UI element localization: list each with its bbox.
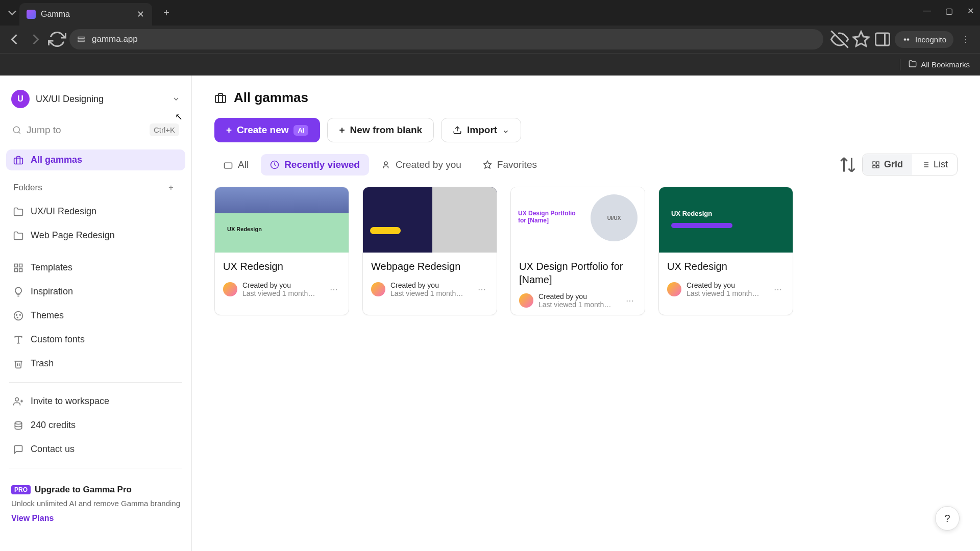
reload-button[interactable] xyxy=(48,30,66,48)
sidebar-credits[interactable]: 240 credits xyxy=(6,415,185,436)
create-new-button[interactable]: + Create new AI xyxy=(214,118,320,142)
user-icon xyxy=(381,160,390,169)
close-window-icon[interactable]: ✕ xyxy=(967,6,974,16)
folder-icon xyxy=(909,60,917,69)
card-title: UX Redesign xyxy=(667,260,785,275)
tab-bar: Gamma ✕ + — ▢ ✕ xyxy=(0,0,980,26)
clock-icon xyxy=(270,160,279,169)
sidebar-custom-fonts[interactable]: Custom fonts xyxy=(6,329,185,350)
card-viewed: Last viewed 1 month… xyxy=(687,289,767,297)
browser-chrome: Gamma ✕ + — ▢ ✕ gamma.app Incognito ⋮ xyxy=(0,0,980,76)
svg-rect-34 xyxy=(873,165,875,168)
sort-button[interactable] xyxy=(839,156,857,174)
card-more-icon[interactable]: ⋯ xyxy=(772,283,785,295)
sidebar-themes[interactable]: Themes xyxy=(6,305,185,326)
browser-menu-icon[interactable]: ⋮ xyxy=(957,30,975,48)
minimize-icon[interactable]: — xyxy=(923,6,931,16)
workspace-switcher[interactable]: U UX/UI Designing xyxy=(6,86,185,112)
gamma-card[interactable]: UX Design Portfolio for [Name]UI/UX UX D… xyxy=(510,187,645,315)
folder-item-uxui[interactable]: UX/UI Redesign xyxy=(6,201,185,222)
svg-marker-3 xyxy=(853,32,869,46)
footer-label: 240 credits xyxy=(31,420,76,431)
view-toggle: Grid List xyxy=(862,154,958,176)
svg-rect-14 xyxy=(15,268,18,271)
list-view-button[interactable]: List xyxy=(912,154,957,175)
bookmark-star-icon[interactable] xyxy=(852,30,870,48)
card-viewed: Last viewed 1 month… xyxy=(390,289,471,297)
help-button[interactable]: ? xyxy=(935,506,960,531)
new-tab-button[interactable]: + xyxy=(157,4,176,22)
filter-all[interactable]: All xyxy=(214,154,258,176)
filter-recent[interactable]: Recently viewed xyxy=(261,154,369,176)
palette-icon xyxy=(13,311,23,321)
divider xyxy=(9,382,182,383)
card-more-icon[interactable]: ⋯ xyxy=(476,283,488,295)
all-bookmarks[interactable]: All Bookmarks xyxy=(909,60,970,69)
gamma-favicon xyxy=(27,10,36,19)
action-buttons: + Create new AI + New from blank Import xyxy=(214,118,958,142)
avatar xyxy=(519,293,533,308)
gamma-card[interactable]: UX Redesign UX Redesign Created by you L… xyxy=(214,187,349,315)
filter-created[interactable]: Created by you xyxy=(372,154,471,176)
sidebar-invite[interactable]: Invite to workspace xyxy=(6,391,185,412)
upgrade-desc: Unlock unlimited AI and remove Gamma bra… xyxy=(11,498,180,509)
folder-item-webpage[interactable]: Web Page Redesign xyxy=(6,225,185,246)
sidebar-contact[interactable]: Contact us xyxy=(6,439,185,460)
svg-point-7 xyxy=(907,38,910,41)
window-controls: — ▢ ✕ xyxy=(923,6,974,16)
sidebar-trash[interactable]: Trash xyxy=(6,353,185,374)
svg-point-21 xyxy=(15,397,19,401)
svg-point-18 xyxy=(17,317,18,318)
incognito-badge[interactable]: Incognito xyxy=(895,31,953,48)
filter-row: All Recently viewed Created by you Favor… xyxy=(214,154,958,176)
svg-marker-30 xyxy=(483,161,491,168)
sidebar-templates[interactable]: Templates xyxy=(6,257,185,278)
sidebar-inspiration[interactable]: Inspiration xyxy=(6,281,185,302)
card-more-icon[interactable]: ⋯ xyxy=(328,283,340,295)
back-button[interactable] xyxy=(5,30,23,48)
svg-point-24 xyxy=(15,421,21,424)
message-icon xyxy=(13,444,23,455)
panel-icon[interactable] xyxy=(873,30,892,48)
gamma-card[interactable]: Webpage Redesign Created by you Last vie… xyxy=(362,187,497,315)
folders-section: Folders + xyxy=(6,173,185,198)
url-input[interactable]: gamma.app xyxy=(69,29,823,49)
svg-point-15 xyxy=(14,311,23,320)
page-title: All gammas xyxy=(234,90,308,106)
import-button[interactable]: Import xyxy=(441,118,521,142)
footer-label: Invite to workspace xyxy=(31,396,109,407)
all-gammas-label: All gammas xyxy=(31,155,82,165)
close-tab-icon[interactable]: ✕ xyxy=(136,10,145,19)
filter-favorites[interactable]: Favorites xyxy=(474,154,546,176)
user-plus-icon xyxy=(13,396,23,407)
new-blank-button[interactable]: + New from blank xyxy=(327,118,434,142)
forward-button[interactable] xyxy=(27,30,45,48)
url-text: gamma.app xyxy=(92,34,138,44)
svg-rect-25 xyxy=(215,95,226,103)
tracking-icon[interactable] xyxy=(830,30,849,48)
incognito-icon xyxy=(902,34,911,45)
chevron-down-icon xyxy=(502,127,509,134)
card-title: UX Design Portfolio for [Name] xyxy=(519,260,636,286)
card-more-icon[interactable]: ⋯ xyxy=(624,294,636,307)
tab-search-dropdown[interactable] xyxy=(5,6,19,20)
grid-view-button[interactable]: Grid xyxy=(863,154,912,175)
svg-rect-27 xyxy=(225,163,232,168)
gamma-card[interactable]: UX Redesign UX Redesign Created by you L… xyxy=(658,187,793,315)
grid-label: Grid xyxy=(884,159,903,170)
card-creator: Created by you xyxy=(538,292,619,300)
card-creator: Created by you xyxy=(390,281,471,289)
add-folder-button[interactable]: + xyxy=(164,181,178,195)
svg-rect-12 xyxy=(19,264,22,267)
sidebar-all-gammas[interactable]: All gammas xyxy=(6,149,185,170)
view-plans-link[interactable]: View Plans xyxy=(11,514,180,523)
search-icon xyxy=(12,126,21,135)
jump-to-search[interactable]: Jump to Ctrl+K xyxy=(6,118,185,141)
lightbulb-icon xyxy=(13,287,23,297)
upgrade-title-row: PRO Upgrade to Gamma Pro xyxy=(11,485,180,495)
site-info-icon[interactable] xyxy=(77,35,86,44)
card-thumbnail: UX Redesign xyxy=(215,187,349,253)
browser-tab[interactable]: Gamma ✕ xyxy=(19,3,152,26)
maximize-icon[interactable]: ▢ xyxy=(945,6,953,16)
workspace-name: UX/UI Designing xyxy=(36,94,166,105)
